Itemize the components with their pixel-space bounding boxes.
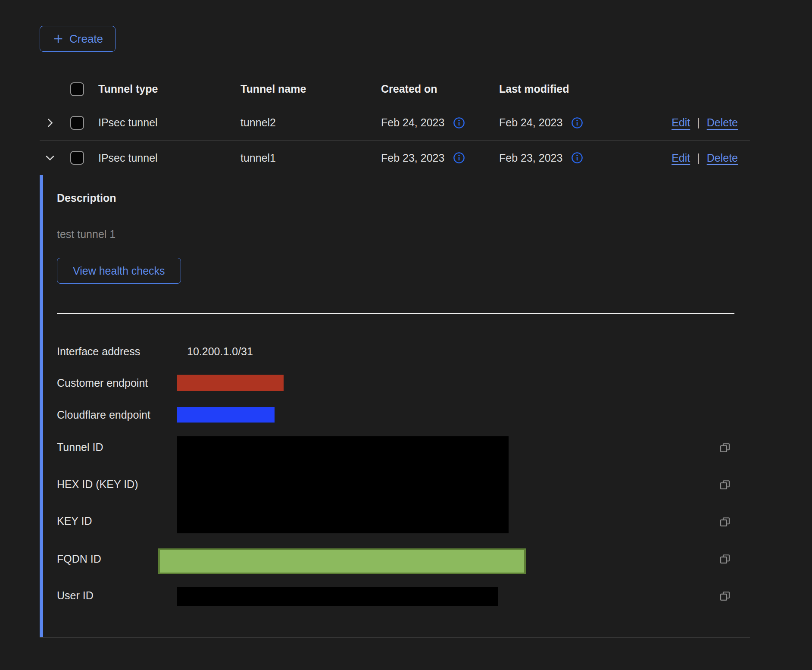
cell-tunnel-name: tunnel2: [240, 116, 381, 129]
chevron-right-icon: [44, 117, 56, 129]
table-header-row: Tunnel type Tunnel name Created on Last …: [40, 73, 750, 105]
copy-icon[interactable]: [719, 516, 731, 528]
header-created-on: Created on: [381, 83, 499, 95]
copy-icon[interactable]: [719, 441, 731, 454]
description-value: test tunnel 1: [57, 229, 116, 240]
copy-icon[interactable]: [719, 553, 731, 565]
cell-last-modified: Feb 24, 2023: [499, 116, 562, 129]
customer-endpoint-label: Customer endpoint: [57, 377, 148, 388]
hex-id-label: HEX ID (KEY ID): [57, 479, 138, 490]
fqdn-id-label: FQDN ID: [57, 553, 101, 564]
cell-created-on: Feb 24, 2023: [381, 116, 444, 129]
edit-link[interactable]: Edit: [671, 116, 690, 129]
select-row-checkbox[interactable]: [70, 151, 84, 165]
user-id-redacted-value: [177, 587, 498, 606]
cell-tunnel-type: IPsec tunnel: [98, 152, 240, 164]
expanded-row-panel: Description test tunnel 1 View health ch…: [40, 175, 750, 637]
table-row: IPsec tunnel tunnel1 Feb 23, 2023 Feb 23…: [40, 141, 750, 175]
cell-tunnel-type: IPsec tunnel: [98, 116, 240, 129]
expand-row-button[interactable]: [40, 117, 60, 129]
info-icon[interactable]: [453, 152, 465, 164]
info-icon[interactable]: [571, 117, 583, 129]
section-divider: [57, 313, 734, 314]
ids-redacted-value: [177, 436, 509, 533]
create-button-label: Create: [69, 32, 103, 46]
table-row: IPsec tunnel tunnel2 Feb 24, 2023 Feb 24…: [40, 105, 750, 140]
plus-icon: [52, 33, 64, 45]
select-row-checkbox[interactable]: [70, 116, 84, 130]
expanded-indicator-bar: [40, 175, 43, 637]
interface-address-label: Interface address: [57, 346, 140, 357]
fqdn-id-redacted-value: [158, 548, 526, 574]
view-health-checks-button[interactable]: View health checks: [57, 258, 181, 284]
cloudflare-endpoint-label: Cloudflare endpoint: [57, 409, 150, 420]
cell-tunnel-name: tunnel1: [240, 152, 381, 164]
cell-last-modified: Feb 23, 2023: [499, 152, 562, 164]
header-tunnel-type: Tunnel type: [98, 83, 240, 95]
copy-icon[interactable]: [719, 479, 731, 491]
tunnel-id-label: Tunnel ID: [57, 441, 103, 453]
header-tunnel-name: Tunnel name: [240, 83, 381, 95]
chevron-down-icon: [44, 152, 56, 164]
key-id-label: KEY ID: [57, 515, 92, 526]
info-icon[interactable]: [453, 117, 465, 129]
header-last-modified: Last modified: [499, 83, 628, 95]
collapse-row-button[interactable]: [40, 152, 60, 164]
cloudflare-endpoint-redacted-value: [177, 407, 275, 423]
action-separator: |: [697, 152, 700, 164]
action-separator: |: [697, 116, 700, 129]
tunnels-page: Create Tunnel type Tunnel name Created o…: [0, 0, 812, 670]
user-id-label: User ID: [57, 590, 94, 601]
delete-link[interactable]: Delete: [707, 152, 738, 164]
delete-link[interactable]: Delete: [707, 116, 738, 129]
table-bottom-divider: [40, 637, 750, 638]
copy-icon[interactable]: [719, 590, 731, 602]
customer-endpoint-redacted-value: [177, 375, 284, 391]
create-button[interactable]: Create: [40, 26, 116, 52]
select-all-checkbox[interactable]: [70, 82, 84, 96]
edit-link[interactable]: Edit: [671, 152, 690, 164]
cell-created-on: Feb 23, 2023: [381, 152, 444, 164]
description-label: Description: [57, 192, 116, 204]
info-icon[interactable]: [571, 152, 583, 164]
interface-address-value: 10.200.1.0/31: [187, 346, 253, 357]
